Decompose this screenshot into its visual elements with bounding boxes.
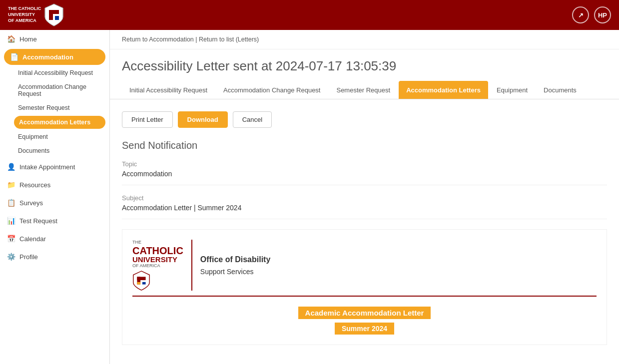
logo-text-line1: THE CATHOLIC bbox=[8, 6, 41, 12]
send-notification-title: Send Notification bbox=[122, 140, 607, 151]
sidebar-sub-documents[interactable]: Documents bbox=[0, 144, 109, 158]
sidebar: 🏠 Home 📄 Accommodation Initial Accessibi… bbox=[0, 30, 110, 364]
sidebar-item-intake[interactable]: 👤 Intake Appointment bbox=[0, 158, 109, 176]
sidebar-item-test-request[interactable]: 📊 Test Request bbox=[0, 212, 109, 230]
sidebar-item-home[interactable]: 🏠 Home bbox=[0, 30, 109, 48]
resources-icon: 📁 bbox=[7, 181, 15, 189]
logo-text-line3: OF AMERICA bbox=[8, 18, 41, 24]
letter-title-line2: Summer 2024 bbox=[335, 323, 394, 335]
main-layout: 🏠 Home 📄 Accommodation Initial Accessibi… bbox=[0, 30, 619, 364]
intake-icon: 👤 bbox=[7, 163, 15, 171]
logo-shield-icon bbox=[44, 3, 64, 27]
escape-button[interactable]: ↗ bbox=[572, 6, 589, 23]
breadcrumb-return-accommodation[interactable]: Return to Accommodation bbox=[122, 36, 194, 43]
letter-body-title: Academic Accommodation Letter Summer 202… bbox=[132, 307, 597, 335]
tab-initial[interactable]: Initial Accessibility Request bbox=[122, 81, 215, 99]
letter-office-info: Office of Disability Support Services bbox=[200, 253, 270, 277]
test-request-icon: 📊 bbox=[7, 217, 15, 225]
cancel-button[interactable]: Cancel bbox=[233, 111, 272, 128]
app-header: THE CATHOLIC UNIVERSITY OF AMERICA ↗ HP bbox=[0, 0, 619, 30]
sidebar-item-calendar[interactable]: 📅 Calendar bbox=[0, 230, 109, 248]
tab-equipment[interactable]: Equipment bbox=[489, 81, 535, 99]
university-logo: THE CATHOLIC UNIVERSITY OF AMERICA bbox=[8, 3, 64, 27]
breadcrumb-return-list[interactable]: Return to list (Letters) bbox=[199, 36, 259, 43]
letter-logo-the: THE bbox=[132, 240, 183, 246]
home-icon: 🏠 bbox=[7, 35, 15, 43]
tab-letters[interactable]: Accommodation Letters bbox=[399, 81, 488, 99]
sidebar-item-surveys[interactable]: 📋 Surveys bbox=[0, 194, 109, 212]
letter-shield-icon bbox=[132, 271, 150, 291]
logo-text-line2: UNIVERSITY bbox=[8, 12, 41, 18]
letter-preview: THE CATHOLIC UNIVERSITY OF AMERICA bbox=[122, 229, 607, 345]
letter-logo-of-america: OF AMERICA bbox=[132, 263, 183, 269]
tab-content-letters: Print Letter Download Cancel Send Notifi… bbox=[110, 99, 619, 357]
sidebar-sub-initial[interactable]: Initial Accessibility Request bbox=[0, 66, 109, 80]
svg-rect-4 bbox=[137, 277, 145, 281]
surveys-icon: 📋 bbox=[7, 199, 15, 207]
page-title: Accessibility Letter sent at 2024-07-17 … bbox=[110, 49, 619, 81]
letter-logo: THE CATHOLIC UNIVERSITY OF AMERICA bbox=[132, 240, 192, 291]
action-toolbar: Print Letter Download Cancel bbox=[122, 111, 607, 128]
sidebar-sub-letters[interactable]: Accommodation Letters bbox=[14, 116, 105, 129]
sidebar-sub-semester[interactable]: Semester Request bbox=[0, 101, 109, 115]
subject-label: Subject bbox=[122, 194, 607, 202]
svg-rect-6 bbox=[137, 282, 140, 285]
download-button[interactable]: Download bbox=[178, 111, 228, 128]
calendar-icon: 📅 bbox=[7, 235, 15, 243]
topic-field: Topic Accommodation bbox=[122, 160, 607, 185]
tab-documents[interactable]: Documents bbox=[536, 81, 584, 99]
sidebar-home-label: Home bbox=[19, 35, 37, 43]
letter-office-line2: Support Services bbox=[200, 266, 270, 277]
letter-office-line1: Office of Disability bbox=[200, 253, 270, 266]
sidebar-item-resources[interactable]: 📁 Resources bbox=[0, 176, 109, 194]
sidebar-item-profile[interactable]: ⚙️ Profile bbox=[0, 248, 109, 266]
svg-rect-5 bbox=[142, 282, 146, 285]
user-avatar-button[interactable]: HP bbox=[594, 6, 611, 23]
letter-logo-university: UNIVERSITY bbox=[132, 256, 183, 263]
subject-field: Subject Accommodation Letter | Summer 20… bbox=[122, 194, 607, 219]
print-letter-button[interactable]: Print Letter bbox=[122, 111, 173, 128]
header-actions: ↗ HP bbox=[572, 6, 611, 23]
sidebar-sub-change[interactable]: Accommodation Change Request bbox=[0, 80, 109, 101]
tab-change-request[interactable]: Accommodation Change Request bbox=[216, 81, 328, 99]
sidebar-sub-equipment[interactable]: Equipment bbox=[0, 130, 109, 144]
breadcrumb: Return to Accommodation | Return to list… bbox=[110, 30, 619, 49]
sidebar-item-accommodation[interactable]: 📄 Accommodation bbox=[4, 49, 105, 65]
letter-logo-catholic: CATHOLIC bbox=[132, 246, 183, 256]
letter-title-line1: Academic Accommodation Letter bbox=[298, 307, 431, 319]
tab-semester[interactable]: Semester Request bbox=[329, 81, 398, 99]
letter-header: THE CATHOLIC UNIVERSITY OF AMERICA bbox=[132, 240, 597, 297]
sidebar-accommodation-label: Accommodation bbox=[22, 53, 73, 61]
accommodation-icon: 📄 bbox=[10, 53, 18, 61]
tab-bar: Initial Accessibility Request Accommodat… bbox=[110, 81, 619, 99]
svg-rect-2 bbox=[55, 16, 59, 20]
topic-label: Topic bbox=[122, 160, 607, 168]
subject-value: Accommodation Letter | Summer 2024 bbox=[122, 204, 607, 212]
svg-rect-1 bbox=[49, 10, 59, 14]
main-content-area: Return to Accommodation | Return to list… bbox=[110, 30, 619, 364]
profile-icon: ⚙️ bbox=[7, 253, 15, 261]
topic-value: Accommodation bbox=[122, 170, 607, 178]
